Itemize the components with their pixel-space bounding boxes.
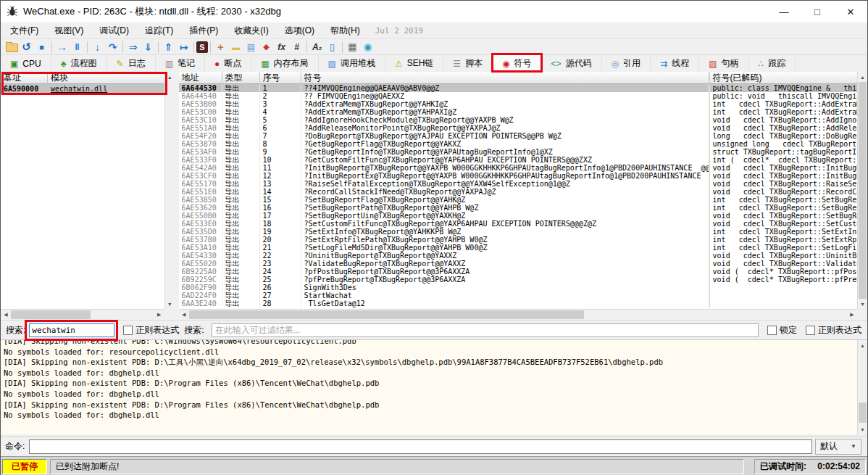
minimize-button[interactable]: — [767, 1, 801, 22]
tab-symbols[interactable]: ◉ 符号 [493, 55, 541, 72]
symbol-row[interactable]: 6AE53C00 导出 4 ?AddExtraMem@TXBugReport@@… [179, 108, 867, 116]
module-row[interactable]: 6A590000 wechatwin.dll [1, 84, 175, 94]
modules-horizontal-scrollbar[interactable]: ◀ ▶ [1, 309, 164, 320]
tab-call-stack[interactable]: ▧ 调用堆栈 [319, 55, 385, 72]
execute-till-return-icon[interactable]: ⇒ [125, 40, 141, 54]
symbol-row[interactable]: 6AE55170 导出 13 ?RaiseSelfFatalException@… [179, 180, 867, 188]
skip-icon[interactable]: ⇓ [141, 40, 156, 54]
run-icon[interactable]: → [54, 40, 70, 54]
symbol-row[interactable]: 6B92259C 导出 25 ?pfPreBugReport@TXBugRepo… [179, 276, 867, 284]
menu-item-帮助(H)[interactable]: 帮助(H) [322, 22, 368, 38]
symbol-row[interactable]: 6AE53620 导出 16 ?SetBugReportPath@TXBugRe… [179, 204, 867, 212]
modules-vertical-scrollbar[interactable]: ▲ ▼ [164, 72, 175, 309]
tab-script[interactable]: ☰ 脚本 [443, 55, 493, 72]
tab-graph[interactable]: ♣ 流程图 [51, 55, 107, 72]
scroll-right-icon[interactable]: ▶ [847, 310, 857, 320]
scroll-left-icon[interactable]: ◀ [1, 310, 11, 320]
menu-item-文件(F)[interactable]: 文件(F) [2, 22, 46, 38]
module-search-input[interactable] [29, 323, 114, 337]
symbol-row[interactable]: 6AE533F0 导出 10 ?GetCustomFiltFunc@TXBugR… [179, 156, 867, 164]
symbols-header-decorated[interactable]: 符号(已解码) [709, 72, 859, 84]
symbol-row[interactable]: 6AE53B00 导出 3 ?AddExtraMem@TXBugReport@@… [179, 100, 867, 108]
menu-item-视图(V)[interactable]: 视图(V) [46, 22, 91, 38]
symbol-row[interactable]: 6AE53CF0 导出 12 ?InitBugReportEx@TXBugRep… [179, 172, 867, 180]
symbols-header-ordinal[interactable]: 序号 [260, 72, 301, 84]
tab-log[interactable]: ✎ 日志 [107, 55, 156, 72]
symbol-row[interactable]: 6AE55020 导出 23 ?ValidateBugReport@TXBugR… [179, 260, 867, 268]
symbol-row[interactable]: 6A644530 导出 1 ??4IMVQQEngine@@QAEAAV0@AB… [179, 84, 867, 92]
close-button[interactable]: ✕ [834, 1, 867, 22]
maximize-button[interactable]: □ [801, 1, 834, 22]
step-out-icon[interactable]: ⇑ [161, 40, 176, 54]
symbol-row[interactable]: 6AE53AF0 导出 9 ?GetBugReportInfo@TXBugRep… [179, 148, 867, 156]
open-file-icon[interactable] [4, 40, 19, 54]
globe-icon[interactable]: ◉ [360, 40, 375, 54]
menu-item-选项(O)[interactable]: 选项(O) [277, 22, 322, 38]
tab-cpu[interactable]: ▣ CPU [1, 55, 51, 72]
menu-item-收藏夹(I)[interactable]: 收藏夹(I) [226, 22, 276, 38]
functions-icon[interactable]: fx [274, 40, 289, 54]
tab-source[interactable]: <> 源代码 [542, 55, 602, 72]
lock-checkbox[interactable] [767, 326, 777, 335]
comments-icon[interactable]: ▬ [228, 40, 243, 54]
symbol-row[interactable]: 6AE53850 导出 15 ?SetBugReportFlag@TXBugRe… [179, 196, 867, 204]
scroll-thumb[interactable] [11, 310, 91, 319]
tab-references[interactable]: ◎ 引用 [602, 55, 651, 72]
menu-item-调试(D)[interactable]: 调试(D) [91, 22, 137, 38]
symbol-row[interactable]: 6AE535D0 导出 19 ?SetExtInfo@TXBugReport@@… [179, 228, 867, 236]
tab-threads[interactable]: ⇉ 线程 [651, 55, 699, 72]
symbols-header-address[interactable]: 地址 [179, 72, 222, 84]
tab-trace[interactable]: ∴ 跟踪 [749, 55, 796, 72]
tab-breakpoints[interactable]: ● 断点 [205, 55, 251, 72]
command-profile-dropdown[interactable]: 默认 ▼ [815, 439, 861, 455]
symbol-row[interactable]: 6AE533E0 导出 18 ?SetCustomFiltFunc@TXBugR… [179, 220, 867, 228]
symbol-row[interactable]: 6A644540 导出 2 ??_FIMVQQEngine@@QAEXXZ pu… [179, 92, 867, 100]
symbols-header-type[interactable]: 类型 [222, 72, 260, 84]
symbol-row[interactable]: 6AE54F20 导出 7 ?DoBugReport@TXBugReport@@… [179, 132, 867, 140]
restart-icon[interactable]: ↺ [19, 40, 34, 54]
symbol-row[interactable]: 6AA3E240 导出 28 _TlsGetData@12 [179, 300, 867, 307]
symbol-row[interactable]: 6AE53A10 导出 21 ?SetLogFileMd5Dir@TXBugRe… [179, 244, 867, 252]
symbol-row[interactable]: 6AE53C10 导出 5 ?AddIgnoreHookCheckModule@… [179, 116, 867, 124]
modules-header-module[interactable]: 模块 [48, 72, 175, 84]
scroll-down-icon[interactable]: ▼ [165, 299, 175, 309]
symbols-vertical-scrollbar[interactable]: ▲ ▼ [857, 72, 867, 309]
symbol-row[interactable]: 6AE54330 导出 22 ?UninitBugReport@TXBugRep… [179, 252, 867, 260]
symbol-row[interactable]: 6AE537B0 导出 20 ?SetExtRptFilePath@TXBugR… [179, 236, 867, 244]
bookmarks-icon[interactable]: ◆ [259, 40, 274, 54]
log-vertical-scrollbar[interactable]: ▲ ▼ [857, 340, 867, 434]
scroll-thumb[interactable] [859, 82, 867, 299]
patches-icon[interactable]: + [213, 40, 228, 54]
scroll-down-icon[interactable]: ▼ [858, 424, 867, 434]
symbol-row[interactable]: 6AD224F0 导出 27 StartWachat [179, 292, 867, 300]
tab-memory-map[interactable]: ▦ 内存布局 [251, 55, 318, 72]
appearance-font-icon[interactable]: A₂ [309, 40, 325, 54]
symbol-row[interactable]: 6AE551E0 导出 14 ?RecordCallStackIfNeed@TX… [179, 188, 867, 196]
symbol-row[interactable]: 6B9225A0 导出 24 ?pfPostBugReport@TXBugRep… [179, 268, 867, 276]
attach-icon[interactable]: ▯ [325, 40, 340, 54]
scylla-icon[interactable]: S [196, 41, 208, 53]
scroll-up-icon[interactable]: ▲ [165, 72, 175, 82]
menu-item-插件(P)[interactable]: 插件(P) [181, 22, 226, 38]
menu-item-追踪(T)[interactable]: 追踪(T) [137, 22, 181, 38]
scroll-up-icon[interactable]: ▲ [858, 340, 867, 350]
scroll-up-icon[interactable]: ▲ [858, 72, 867, 82]
symbol-row[interactable]: 6B062F90 导出 26 SignWith3Des [179, 284, 867, 292]
step-over-icon[interactable]: ↷ [105, 40, 120, 54]
symbols-header-symbol[interactable]: 符号 [301, 72, 709, 84]
tab-notes[interactable]: ▥ 笔记 [156, 55, 205, 72]
symbols-horizontal-scrollbar[interactable]: ◀ ▶ [179, 309, 857, 320]
stop-icon[interactable]: ■ [34, 40, 49, 54]
regex-checkbox[interactable] [123, 326, 133, 335]
modules-header-base[interactable]: 基址 [1, 72, 48, 84]
scroll-right-icon[interactable]: ▶ [154, 310, 164, 320]
scroll-down-icon[interactable]: ▼ [858, 299, 867, 309]
command-input[interactable] [29, 439, 812, 454]
filter-input[interactable] [212, 323, 759, 337]
labels-icon[interactable]: ▤ [243, 40, 259, 54]
symbol-row[interactable]: 6AE551A0 导出 6 ?AddReleaseMonitorPoint@TX… [179, 124, 867, 132]
step-into-icon[interactable]: ↓ [90, 40, 105, 54]
tab-handles[interactable]: ▨ 句柄 [699, 55, 748, 72]
scroll-thumb[interactable] [189, 310, 584, 319]
pause-icon[interactable]: ‖ [70, 40, 85, 54]
